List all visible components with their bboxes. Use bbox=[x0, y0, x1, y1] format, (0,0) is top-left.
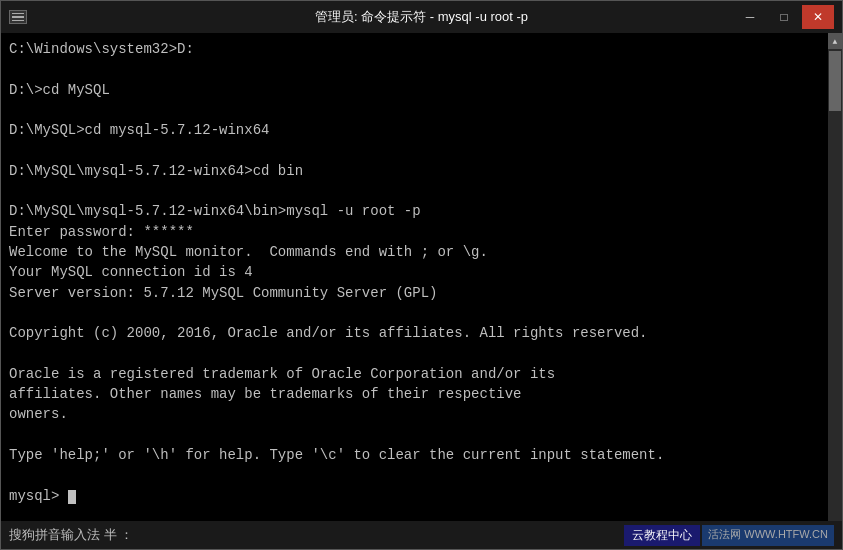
title-bar: 管理员: 命令提示符 - mysql -u root -p ─ □ ✕ bbox=[1, 1, 842, 33]
scrollbar-thumb[interactable] bbox=[829, 51, 841, 111]
restore-button[interactable]: □ bbox=[768, 5, 800, 29]
scrollbar[interactable]: ▲ bbox=[828, 33, 842, 521]
cursor bbox=[68, 490, 76, 504]
window-controls: ─ □ ✕ bbox=[734, 5, 834, 29]
terminal-output[interactable]: C:\Windows\system32>D: D:\>cd MySQL D:\M… bbox=[1, 33, 828, 521]
title-bar-left bbox=[9, 10, 27, 24]
close-button[interactable]: ✕ bbox=[802, 5, 834, 29]
scroll-up-button[interactable]: ▲ bbox=[828, 33, 842, 49]
brand-label: 云教程中心 bbox=[624, 525, 700, 546]
bottom-bar: 搜狗拼音输入法 半 ： 云教程中心 活法网 WWW.HTFW.CN bbox=[1, 521, 842, 549]
terminal-text: C:\Windows\system32>D: D:\>cd MySQL D:\M… bbox=[9, 39, 820, 506]
cmd-icon bbox=[9, 10, 27, 24]
website-label: 活法网 WWW.HTFW.CN bbox=[702, 525, 834, 546]
content-area: C:\Windows\system32>D: D:\>cd MySQL D:\M… bbox=[1, 33, 842, 521]
brand-area: 云教程中心 活法网 WWW.HTFW.CN bbox=[624, 525, 834, 546]
cmd-window: 管理员: 命令提示符 - mysql -u root -p ─ □ ✕ C:\W… bbox=[0, 0, 843, 550]
ime-indicator: 搜狗拼音输入法 半 ： bbox=[9, 526, 133, 544]
window-title: 管理员: 命令提示符 - mysql -u root -p bbox=[315, 8, 528, 26]
minimize-button[interactable]: ─ bbox=[734, 5, 766, 29]
